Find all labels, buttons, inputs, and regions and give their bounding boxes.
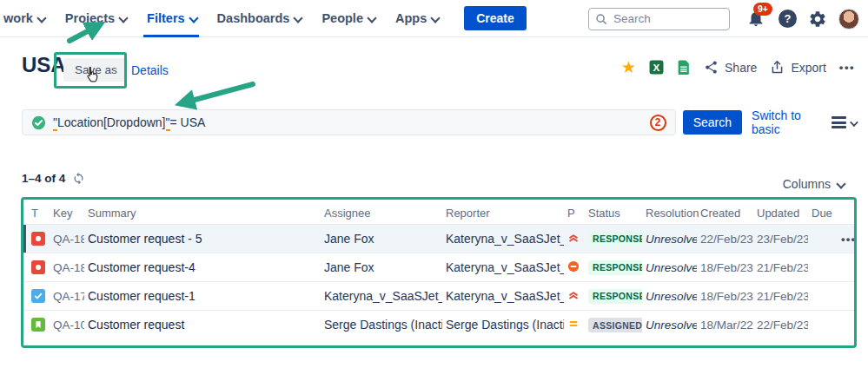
sheets-icon xyxy=(677,60,691,75)
col-header-due[interactable]: Due xyxy=(808,200,838,225)
issue-created: 18/Feb/23 xyxy=(697,282,753,311)
issue-summary[interactable]: Customer request xyxy=(84,311,321,339)
issue-resolution: Unresolved xyxy=(642,253,697,282)
status-badge: RESPONSE xyxy=(588,232,642,246)
nav-item-label: work xyxy=(3,11,33,25)
favorite-star-icon[interactable]: ★ xyxy=(621,59,636,76)
columns-dropdown[interactable]: Columns xyxy=(783,177,845,191)
page-title: USA xyxy=(22,53,66,77)
issue-due xyxy=(808,311,838,339)
nav-right-cluster: 9+ ? xyxy=(588,0,859,37)
share-icon xyxy=(704,60,719,75)
nav-item-label: People xyxy=(321,11,363,25)
issue-reporter: Kateryna_v_SaaSJet_ xyxy=(442,225,564,253)
issue-summary[interactable]: Customer request-4 xyxy=(84,253,321,282)
save-as-button[interactable]: Save as xyxy=(63,58,129,82)
status-badge: RESPONSE xyxy=(588,289,642,304)
header-actions: ★ X Share Export ••• xyxy=(621,59,855,76)
issue-due xyxy=(808,253,838,282)
settings-button[interactable] xyxy=(808,10,827,29)
issue-updated: 21/Feb/23 xyxy=(753,253,808,282)
chevron-down-icon xyxy=(119,15,127,23)
col-header-status[interactable]: Status xyxy=(585,200,642,225)
user-avatar[interactable] xyxy=(838,9,859,30)
details-link[interactable]: Details xyxy=(131,63,169,77)
chevron-down-icon xyxy=(189,15,197,23)
error-count-badge[interactable]: 2 xyxy=(650,115,666,131)
nav-item-label: Apps xyxy=(395,11,427,25)
issue-resolution: Unresolved xyxy=(642,282,697,311)
issue-created: 18/Feb/23 xyxy=(697,253,753,282)
switch-to-basic-link[interactable]: Switch to basic xyxy=(752,108,832,136)
col-header-summary[interactable]: Summary xyxy=(84,200,321,225)
share-label: Share xyxy=(725,61,757,75)
results-count: 1–4 of 4 xyxy=(22,172,85,185)
nav-item-filters[interactable]: Filters xyxy=(147,0,197,37)
chevron-down-icon xyxy=(368,15,375,23)
nav-item-work[interactable]: work xyxy=(3,0,45,37)
results-count-text: 1–4 of 4 xyxy=(22,172,65,185)
col-header-type[interactable]: T xyxy=(23,200,50,225)
issue-resolution: Unresolved xyxy=(642,311,697,339)
help-button[interactable]: ? xyxy=(779,10,797,28)
issue-key[interactable]: QA-181 xyxy=(50,253,84,282)
priority-medium-icon xyxy=(567,318,580,330)
table-row[interactable]: QA-178 Customer request-1 Kateryna_v_Saa… xyxy=(23,282,854,311)
notification-count-badge: 9+ xyxy=(753,3,772,16)
issue-key[interactable]: QA-10 xyxy=(50,311,84,339)
issue-key[interactable]: QA-183 xyxy=(50,225,84,253)
bug-type-icon xyxy=(31,232,45,246)
sheets-export-button[interactable] xyxy=(677,60,691,75)
view-options-button[interactable] xyxy=(832,116,858,128)
nav-item-projects[interactable]: Projects xyxy=(65,0,127,37)
nav-item-dashboards[interactable]: Dashboards xyxy=(217,0,302,37)
row-more-actions-button[interactable]: ••• xyxy=(841,233,854,246)
issue-assignee: Jane Fox xyxy=(321,253,442,282)
issue-summary[interactable]: Customer request-1 xyxy=(84,282,321,311)
task-type-icon xyxy=(31,289,45,303)
jql-input[interactable]: "Location[Dropdown]"= USA 2 xyxy=(22,109,676,135)
issues-table: T Key Summary Assignee Reporter P Status… xyxy=(23,200,854,339)
excel-icon: X xyxy=(649,60,664,75)
issue-resolution: Unresolved xyxy=(642,225,697,253)
refresh-icon[interactable] xyxy=(72,172,85,185)
svg-text:X: X xyxy=(653,62,660,73)
share-button[interactable]: Share xyxy=(704,60,757,75)
more-actions-button[interactable]: ••• xyxy=(839,61,855,74)
notifications-button[interactable]: 9+ xyxy=(746,9,767,30)
issue-assignee: Jane Fox xyxy=(321,225,442,253)
bug-type-icon xyxy=(31,260,45,274)
table-row[interactable]: QA-183 Customer request - 5 Jane Fox Kat… xyxy=(23,225,854,253)
create-button[interactable]: Create xyxy=(464,6,527,30)
issue-reporter: Serge Dastings (Inactive) xyxy=(442,311,564,339)
chevron-down-icon xyxy=(431,15,439,23)
col-header-reporter[interactable]: Reporter xyxy=(442,200,564,225)
jql-search-button[interactable]: Search xyxy=(683,110,742,135)
issue-summary[interactable]: Customer request - 5 xyxy=(84,225,321,253)
nav-item-apps[interactable]: Apps xyxy=(395,0,439,37)
jql-bar: "Location[Dropdown]"= USA 2 Search Switc… xyxy=(22,109,858,135)
issue-key[interactable]: QA-178 xyxy=(50,282,84,311)
issue-created: 18/Mar/22 xyxy=(697,311,753,339)
nav-item-people[interactable]: People xyxy=(321,0,375,37)
excel-export-button[interactable]: X xyxy=(649,60,664,75)
issue-updated: 21/Feb/23 xyxy=(753,282,808,311)
col-header-key[interactable]: Key xyxy=(50,200,84,225)
nav-item-label: Dashboards xyxy=(217,11,290,25)
col-header-resolution[interactable]: Resolution xyxy=(642,200,697,225)
table-row[interactable]: QA-181 Customer request-4 Jane Fox Kater… xyxy=(23,253,854,282)
col-header-created[interactable]: Created xyxy=(697,200,753,225)
col-header-updated[interactable]: Updated xyxy=(753,200,808,225)
priority-blocker-icon xyxy=(567,260,580,273)
issues-table-container: T Key Summary Assignee Reporter P Status… xyxy=(21,197,857,348)
col-header-priority[interactable]: P xyxy=(564,200,585,225)
export-button[interactable]: Export xyxy=(770,60,825,75)
story-type-icon xyxy=(31,318,45,332)
issue-due xyxy=(808,225,838,253)
table-row[interactable]: QA-10 Customer request Serge Dastings (I… xyxy=(23,311,854,339)
issue-created: 22/Feb/23 xyxy=(697,225,753,253)
col-header-assignee[interactable]: Assignee xyxy=(321,200,442,225)
search-icon xyxy=(595,13,607,25)
nav-item-label: Projects xyxy=(65,11,115,25)
nav-search-input[interactable] xyxy=(588,8,730,30)
